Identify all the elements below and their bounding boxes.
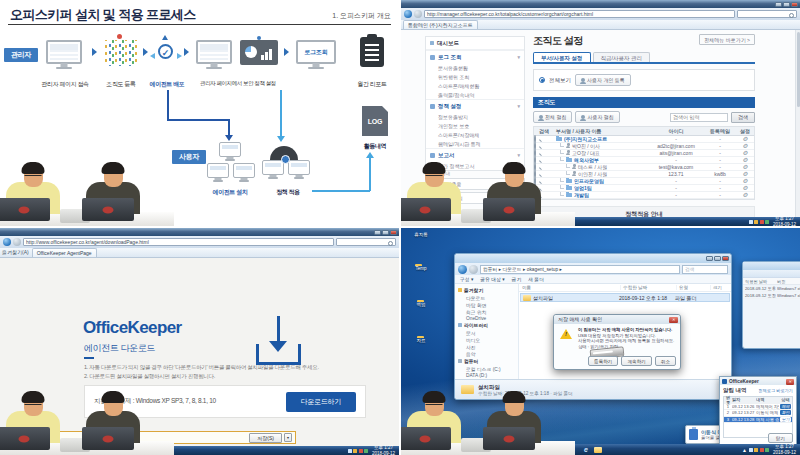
tray-icon[interactable]: [353, 449, 357, 453]
window-controls[interactable]: [775, 2, 798, 7]
tab-rank-user[interactable]: 직급/사용자 관리: [593, 52, 651, 62]
nav-item[interactable]: 최근 위치: [455, 308, 518, 315]
officekeeper-popup[interactable]: OfficeKeeper ✕ 알림 내역 전체로그 바로가기 번호일자내역상태 …: [719, 376, 797, 447]
sidebar-item[interactable]: 웹메일/게시판 통제: [426, 139, 524, 148]
sidebar-item[interactable]: 위반행위 조회: [426, 72, 524, 81]
sidebar-item-dashboard[interactable]: 대시보드: [426, 37, 524, 50]
forward-button[interactable]: [13, 238, 21, 246]
continue-button[interactable]: 계속하기: [621, 356, 651, 366]
tray-icon[interactable]: [364, 449, 368, 453]
tray-icon[interactable]: [749, 448, 753, 452]
sidebar-item[interactable]: 정보유출방지: [426, 112, 524, 121]
clock[interactable]: 오후 1:272018-09-12: [771, 216, 798, 226]
scrollbar[interactable]: [795, 30, 800, 217]
sidebar-item[interactable]: 개인정보 보호: [426, 121, 524, 130]
search-box[interactable]: [336, 238, 396, 246]
maximize-button[interactable]: [783, 2, 790, 7]
nav-item[interactable]: 로컬 디스크 (C:): [455, 365, 518, 372]
minimize-button[interactable]: [775, 2, 782, 7]
gear-icon[interactable]: ⚙: [736, 157, 754, 163]
background-window[interactable]: ✕ 적용된 날짜버전크기 2018-09-12 오후Windows7 x641,…: [742, 261, 800, 349]
sidebar-item[interactable]: 출력물/접속내역: [426, 90, 524, 99]
media-warning-dialog[interactable]: 저장 매체 사용 확인✕ 이 컴퓨터는 저장 매체 사용이 차단되어 있습니다.…: [553, 314, 681, 370]
clock[interactable]: 오후 1:272018-09-12: [771, 444, 798, 454]
file-row-selected[interactable]: 설치파일 2018-09-12 오후 1:18 파일 폴더: [520, 293, 730, 302]
expand-all-button[interactable]: 전체 펼침: [533, 111, 572, 123]
ie-taskbar-icon[interactable]: e: [584, 446, 588, 453]
tray-icon[interactable]: [348, 449, 352, 453]
window-titlebar[interactable]: [455, 254, 731, 263]
favorites-label[interactable]: 즐겨찾기(A): [2, 248, 29, 257]
tray-icon[interactable]: [754, 448, 758, 452]
browser-tab[interactable]: 통합메인 (주)지란지교소프트: [403, 20, 478, 29]
tray-icon[interactable]: [760, 448, 764, 452]
close-button[interactable]: [791, 2, 798, 7]
gear-icon[interactable]: ⚙: [736, 171, 754, 177]
dialog-titlebar[interactable]: 저장 매체 사용 확인✕: [554, 315, 680, 324]
register-button[interactable]: 등록하기: [588, 356, 618, 366]
browser-tab[interactable]: OfficeKeeper AgentPage: [32, 248, 97, 257]
nav-item[interactable]: 다운로드: [455, 294, 518, 301]
gear-icon[interactable]: ⚙: [736, 136, 754, 142]
nav-item[interactable]: 사진: [455, 343, 518, 350]
tray-icon[interactable]: [359, 449, 363, 453]
list-header[interactable]: 이름수정한 날짜유형크기: [519, 284, 731, 292]
register-user-button[interactable]: 사용자 개인 등록: [575, 74, 631, 86]
gear-icon[interactable]: ⚙: [736, 192, 754, 198]
back-button[interactable]: [3, 238, 11, 246]
sidebar-section-logs[interactable]: 로그 조회▾: [426, 50, 524, 63]
gear-icon[interactable]: ⚙: [736, 178, 754, 184]
gear-icon[interactable]: ⚙: [736, 143, 754, 149]
nav-libraries[interactable]: 라이브러리: [455, 321, 518, 329]
tray-icon[interactable]: [765, 448, 769, 452]
download-button[interactable]: 다운로드하기: [286, 392, 356, 412]
maximize-button[interactable]: [714, 256, 721, 261]
tray-icon[interactable]: [749, 220, 753, 224]
tab-dept-user[interactable]: 부서/사용자 설정: [533, 52, 591, 62]
browser-titlebar[interactable]: [0, 228, 399, 236]
window-addressbar[interactable]: [743, 270, 800, 278]
sidebar-item[interactable]: 스마트폰/저장매체: [426, 130, 524, 139]
org-search-input[interactable]: [670, 113, 728, 122]
desktop-folder-icon[interactable]: Temp: [403, 266, 439, 271]
tray-expand-icon[interactable]: ▲: [742, 447, 747, 453]
nav-item[interactable]: 비디오: [455, 336, 518, 343]
nav-item[interactable]: 음악: [455, 350, 518, 357]
search-button[interactable]: 검색: [731, 112, 755, 123]
browser-titlebar[interactable]: [401, 0, 800, 8]
explorer-taskbar-icon[interactable]: [594, 447, 602, 453]
menu-new-folder[interactable]: 새 폴더: [528, 276, 544, 282]
expand-users-button[interactable]: 사용자 펼침: [575, 111, 619, 123]
search-box[interactable]: [737, 10, 797, 18]
address-bar[interactable]: http://manager.officekeeper.co.kr/totalp…: [424, 10, 735, 18]
close-icon[interactable]: ✕: [786, 379, 794, 385]
shortcut-button[interactable]: 전체메뉴 바로가기 >: [699, 34, 755, 45]
sidebar-section-policy[interactable]: 정책 설정▾: [426, 99, 524, 112]
address-bar[interactable]: http://www.officekeeper.co.kr/agent/down…: [23, 238, 334, 246]
gear-icon[interactable]: ⚙: [736, 164, 754, 170]
table-row[interactable]: 2018-09-12 오전Windows7 x861,156: [743, 292, 800, 299]
save-button[interactable]: 저장(S): [249, 433, 282, 443]
minimize-button[interactable]: [706, 256, 713, 261]
forward-button[interactable]: [414, 10, 422, 18]
desktop-folder-icon[interactable]: 백업: [403, 302, 439, 307]
maximize-button[interactable]: [382, 230, 389, 235]
back-button[interactable]: [458, 265, 467, 274]
close-button[interactable]: 닫기: [768, 433, 793, 443]
window-controls[interactable]: [706, 256, 729, 261]
cancel-button[interactable]: 취소: [655, 356, 676, 366]
menu-organize[interactable]: 구성 ▾: [460, 276, 473, 282]
close-button[interactable]: [390, 230, 397, 235]
table-row[interactable]: 2018-09-12 오후Windows7 x641,203: [743, 285, 800, 292]
nav-item[interactable]: 바탕 화면: [455, 301, 518, 308]
tray-icon[interactable]: [760, 220, 764, 224]
sidebar-item[interactable]: 문서유출현황: [426, 63, 524, 72]
nav-computer[interactable]: 컴퓨터: [455, 357, 518, 365]
popup-link[interactable]: 전체로그 바로가기: [758, 388, 793, 393]
window-titlebar[interactable]: ✕: [743, 262, 800, 270]
minimize-button[interactable]: [374, 230, 381, 235]
close-icon[interactable]: ✕: [669, 317, 678, 323]
window-controls[interactable]: [374, 230, 397, 235]
recycle-bin-icon[interactable]: 휴지통: [403, 232, 439, 237]
tray-icon[interactable]: [765, 220, 769, 224]
